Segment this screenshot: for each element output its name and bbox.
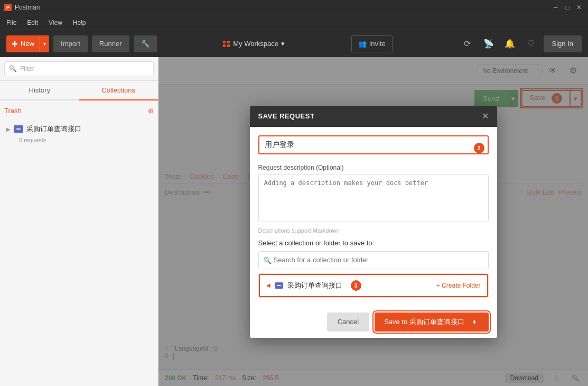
new-button-arrow[interactable]: ▾ [40,35,49,52]
sidebar: 🔍 Filter History Collections Trash ⊕ ▶ 采… [0,57,158,386]
filter-input[interactable]: 🔍 Filter [4,61,154,76]
tab-collections[interactable]: Collections [79,81,158,100]
workspace-selector[interactable]: My Workspace ▾ [223,40,285,48]
collection-list: ◀ 采购订单查询接口 3 + Create Folder [258,273,489,298]
invite-button[interactable]: 👥 Invite [351,35,393,52]
search-wrapper: 🔍 [258,251,489,269]
app-title: Postman [15,4,40,11]
minimize-button[interactable]: – [551,3,561,12]
notification-button[interactable]: 🔔 [501,35,518,52]
collection-arrow-icon: ◀ [266,282,270,288]
trash-icon[interactable]: ⊕ [148,107,154,115]
request-name-wrapper: 2 [258,135,489,161]
modal-header: SAVE REQUEST ✕ [250,106,497,127]
collection-search-input[interactable] [258,251,489,269]
collection-name-label: 采购订单查询接口 [26,124,81,134]
collection-item: ▶ 采购订单查询接口 0 requests [4,121,154,143]
titlebar-left: P Postman [4,4,40,11]
create-folder-button[interactable]: + Create Folder [436,282,481,289]
menu-help[interactable]: Help [71,18,88,27]
content-inner: No Environment 👁 ⚙ Send ▾ Save 1 ▾ [158,57,588,386]
request-name-input[interactable] [258,135,489,154]
menu-edit[interactable]: Edit [25,18,40,27]
maximize-button[interactable]: □ [563,3,572,12]
new-button[interactable]: ✚ New ▾ [6,35,49,52]
import-button[interactable]: Import [53,35,88,52]
new-button-main[interactable]: ✚ New [6,40,40,48]
description-textarea[interactable] [258,174,489,222]
step4-badge: 4 [470,317,479,326]
content-area: No Environment 👁 ⚙ Send ▾ Save 1 ▾ [158,57,588,386]
collection-folder-icon-sm [275,282,283,289]
sync-button[interactable]: ⟳ [459,35,476,52]
desc-optional-label: Request description (Optional) [258,164,489,171]
titlebar: P Postman – □ ✕ [0,0,588,15]
sign-in-button[interactable]: Sign In [544,35,582,52]
modal-title: SAVE REQUEST [258,112,315,120]
app-icon: P [4,4,12,11]
collection-row-left: ◀ 采购订单查询接口 3 [266,280,361,291]
tab-history[interactable]: History [0,81,79,100]
step3-badge: 3 [351,280,361,291]
modal-close-button[interactable]: ✕ [482,112,489,121]
sidebar-tabs: History Collections [0,81,158,100]
modal-overlay: SAVE REQUEST ✕ 2 Request description (Op… [158,57,588,386]
collection-folder-icon [14,125,23,133]
toolbar: ✚ New ▾ Import Runner 🔧 My Workspace ▾ 👥… [0,30,588,57]
select-collection-label: Select a collection or folder to save to… [258,239,489,247]
heart-button[interactable]: ♡ [522,35,539,52]
main-layout: 🔍 Filter History Collections Trash ⊕ ▶ 采… [0,57,588,386]
markdown-hint: Descriptions support Markdown [258,227,489,234]
toolbar-right: ⟳ 📡 🔔 ♡ Sign In [459,35,582,52]
collection-list-row[interactable]: ◀ 采购订单查询接口 3 + Create Folder [259,274,488,297]
modal-body: 2 Request description (Optional) Descrip… [250,127,497,306]
wrench-button[interactable]: 🔧 [134,35,157,52]
titlebar-controls: – □ ✕ [551,3,584,12]
menu-file[interactable]: File [4,18,18,27]
modal-footer: Cancel Save to 采购订单查询接口 4 [250,306,497,338]
collection-requests-count: 0 requests [4,137,154,143]
satellite-button[interactable]: 📡 [480,35,497,52]
menubar: File Edit View Help [0,15,588,30]
sidebar-filter-area: 🔍 Filter [0,57,158,81]
save-request-modal: SAVE REQUEST ✕ 2 Request description (Op… [250,106,497,338]
collection-expand-icon: ▶ [6,126,11,132]
trash-row[interactable]: Trash ⊕ [4,105,154,117]
collection-header[interactable]: ▶ 采购订单查询接口 [4,121,154,137]
step2-badge: 2 [474,143,484,153]
cancel-button[interactable]: Cancel [327,313,369,332]
save-to-button[interactable]: Save to 采购订单查询接口 4 [375,313,488,332]
trash-label: Trash [4,107,22,115]
close-button[interactable]: ✕ [574,3,584,12]
runner-button[interactable]: Runner [92,35,129,52]
sidebar-content: Trash ⊕ ▶ 采购订单查询接口 0 requests [0,100,158,386]
collection-row-name: 采购订单查询接口 [287,281,342,290]
menu-view[interactable]: View [46,18,64,27]
